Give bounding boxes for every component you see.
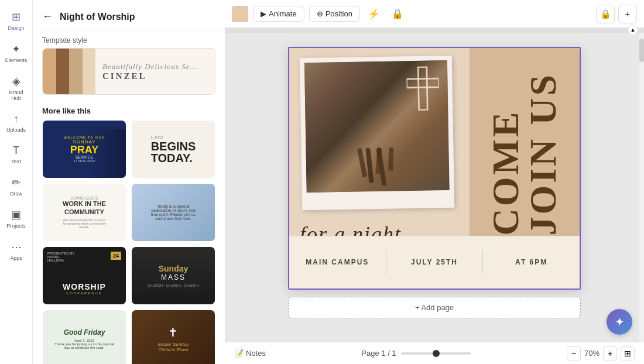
brand-hub-icon: ◈ [12, 75, 20, 88]
position-button[interactable]: ⊕ Position [309, 6, 360, 22]
sidebar-item-label: Text [11, 159, 21, 164]
sidebar-header: ← Night of Worship [33, 0, 225, 30]
notes-button[interactable]: 📝 Notes [234, 349, 266, 358]
canvas-right-section: COME JOIN US [470, 48, 580, 236]
sidebar-item-label: Apps [10, 255, 22, 261]
apps-icon: ⋯ [11, 241, 22, 253]
time-label: AT 6PM [488, 258, 575, 266]
sidebar-item-uploads[interactable]: ↑ Uploads [2, 108, 30, 138]
template-sidebar: ← Night of Worship Template style Beauti… [33, 0, 225, 364]
magic-icon: ⚡ [368, 8, 380, 19]
photo-inner [304, 60, 450, 193]
template-card-sunday-mass[interactable]: Sunday MASS CHURCH · CHURCH · CHURCH [131, 246, 215, 305]
sidebar-item-label: Brand Hub [5, 90, 28, 101]
sidebar-item-projects[interactable]: ▣ Projects [2, 204, 30, 233]
svg-rect-1 [406, 78, 439, 88]
template-preview-card[interactable]: Beautifully Delicious Se... CINZEL [42, 48, 215, 95]
zoom-level: 70% [584, 349, 600, 358]
template-card-sunday-pray[interactable]: WELCOME TO OUR SUNDAY PRAY SERVICE 11 NO… [42, 120, 126, 178]
canvas-bottom-bar: MAIN CAMPUS JULY 25TH AT 6PM [289, 236, 580, 289]
design-canvas[interactable]: for a night NIGHT OF WORSHIP COME JOIN U… [288, 47, 581, 290]
template-script-text: Beautifully Delicious Se... [102, 62, 197, 71]
sidebar-item-apps[interactable]: ⋯ Apps [2, 236, 30, 266]
sidebar-item-brand-hub[interactable]: ◈ Brand Hub [2, 70, 30, 106]
color-swatch[interactable] [232, 6, 248, 22]
card-content: Good Friday April 7, 2023Thank you for j… [51, 325, 117, 353]
animate-label: Animate [269, 9, 297, 18]
elements-icon: ✦ [12, 43, 20, 56]
toolbar-right: 🔒 + [596, 5, 637, 23]
card-content: DOING GOD'S WORK IN THECOMMUNITY We need… [58, 191, 111, 233]
template-style-section-label: Template style [33, 30, 225, 48]
draw-icon: ✏ [12, 176, 20, 189]
template-font-name: CINZEL [102, 71, 197, 81]
templates-grid: WELCOME TO OUR SUNDAY PRAY SERVICE 11 NO… [33, 120, 225, 364]
magic-button[interactable]: ⚡ [365, 5, 383, 23]
campus-label: MAIN CAMPUS [294, 258, 381, 266]
zoom-in-button[interactable]: + [603, 346, 617, 360]
template-card-blue-religious[interactable]: Today is a specialcelebration of God's o… [131, 183, 215, 242]
sidebar-title: Night of Worship [60, 12, 135, 22]
notes-icon: 📝 [234, 349, 244, 358]
template-color-swatches [43, 49, 95, 94]
card-content: ✝ Easter Sunday Christ is Risen [155, 322, 192, 356]
page-navigation: Page 1 / 1 [361, 349, 471, 358]
date-info: JULY 25TH [386, 253, 483, 271]
scrollbar-thumb[interactable] [639, 39, 644, 62]
design-icon: ⊞ [12, 11, 20, 23]
sidebar-item-label: Elements [5, 57, 28, 63]
card-content: Sunday MASS CHURCH · CHURCH · CHURCH [144, 260, 203, 291]
sidebar-item-draw[interactable]: ✏ Draw [2, 171, 30, 201]
svg-rect-0 [418, 67, 427, 110]
cross-svg [406, 66, 439, 111]
sidebar-item-label: Projects [6, 223, 26, 229]
more-like-this-label: More like this [33, 102, 225, 120]
main-area: ▶ Animate ⊕ Position ⚡ 🔒 🔒 + ▲ [225, 0, 644, 364]
scrollbar-track[interactable] [639, 33, 644, 342]
page-slider[interactable] [401, 352, 471, 355]
sidebar-item-design[interactable]: ⊞ Design [2, 6, 30, 36]
sidebar-item-elements[interactable]: ✦ Elements [2, 38, 30, 68]
grid-view-button[interactable]: ⊞ [621, 346, 635, 360]
toolbar-lock-btn[interactable]: 🔒 [596, 5, 615, 23]
assistant-button[interactable]: ✦ [607, 309, 632, 335]
template-card-community[interactable]: DOING GOD'S WORK IN THECOMMUNITY We need… [42, 183, 126, 242]
left-sidebar: ⊞ Design ✦ Elements ◈ Brand Hub ↑ Upload… [0, 0, 33, 364]
sidebar-item-label: Draw [10, 191, 22, 197]
notes-label: Notes [246, 349, 266, 358]
text-icon: T [13, 145, 19, 157]
add-page-button[interactable]: + Add page [288, 297, 581, 318]
zoom-out-button[interactable]: − [567, 346, 581, 360]
collapse-top-bar: ▲ [225, 28, 644, 33]
card-content: Lent BEGINS TODAY. [146, 130, 201, 169]
template-card-christ-risen[interactable]: ✝ Easter Sunday Christ is Risen [131, 310, 215, 364]
lock-button[interactable]: 🔒 [388, 5, 407, 23]
template-card-good-friday[interactable]: Good Friday April 7, 2023Thank you for j… [42, 310, 126, 364]
projects-icon: ▣ [11, 208, 21, 221]
toolbar: ▶ Animate ⊕ Position ⚡ 🔒 🔒 + [225, 0, 644, 28]
animate-button[interactable]: ▶ Animate [253, 6, 304, 22]
template-font-preview: Beautifully Delicious Se... CINZEL [95, 57, 204, 86]
toolbar-share-btn[interactable]: + [618, 5, 637, 23]
template-card-worship-conf[interactable]: PRESENTED BYDANIELHALLEMA 24 WORSHIP CON… [42, 246, 126, 305]
campus-info: MAIN CAMPUS [289, 253, 386, 271]
bottom-bar: 📝 Notes Page 1 / 1 − 70% + ⊞ [225, 342, 644, 364]
zoom-control: − 70% + ⊞ [567, 346, 635, 360]
back-button[interactable]: ← [40, 8, 55, 25]
lock-icon: 🔒 [392, 8, 403, 19]
position-label: Position [326, 9, 352, 18]
come-join-us-text: COME JOIN US [487, 48, 562, 236]
person-silhouette [88, 129, 126, 178]
animate-icon: ▶ [261, 9, 266, 18]
page-slider-thumb [433, 350, 440, 357]
position-icon: ⊕ [317, 9, 323, 18]
template-card-lent[interactable]: Lent BEGINS TODAY. [131, 120, 215, 178]
canvas-wrapper: for a night NIGHT OF WORSHIP COME JOIN U… [225, 33, 644, 342]
polaroid-photo [300, 56, 454, 210]
date-label: JULY 25TH [391, 258, 478, 266]
card-content: Today is a specialcelebration of God's o… [148, 201, 199, 224]
assistant-icon: ✦ [615, 315, 625, 329]
page-info: Page 1 / 1 [361, 349, 396, 358]
uploads-icon: ↑ [13, 113, 19, 125]
sidebar-item-text[interactable]: T Text [2, 140, 30, 169]
